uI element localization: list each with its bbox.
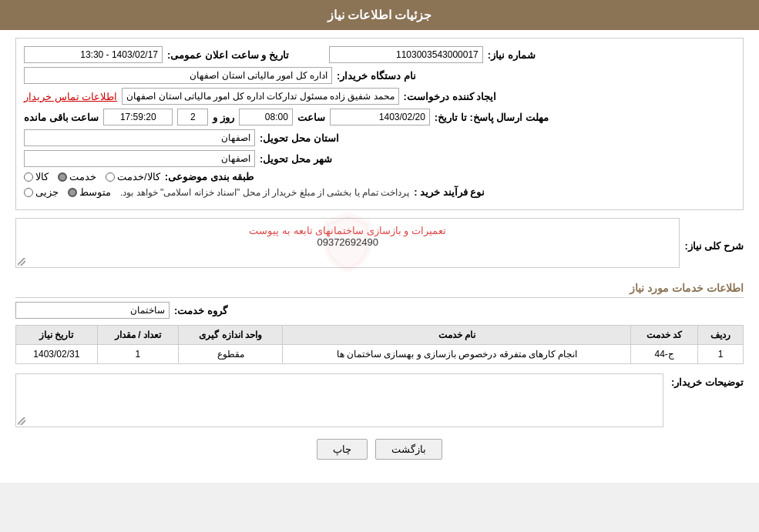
row-process: نوع فرآیند خرید : پرداخت تمام یا بخشی از… (24, 186, 735, 198)
category-radio-group: کالا/خدمت خدمت کالا (24, 171, 160, 182)
need-desc-container: AnaTender تعمیرات و بازسازی ساختمانهای ت… (15, 218, 680, 274)
cell-service-code: ج-44 (631, 345, 698, 364)
province-label: استان محل تحویل: (260, 132, 339, 144)
main-content: شماره نیاز: 1103003543000017 تاریخ و ساع… (0, 30, 759, 467)
need-number-label: شماره نیاز: (488, 49, 536, 61)
process-jozi-label: جزیی (35, 186, 59, 198)
row-city: شهر محل تحویل: اصفهان (24, 150, 735, 167)
resize-handle (18, 258, 25, 266)
category-kala: کالا (24, 171, 49, 182)
service-group-value: ساختمان (15, 302, 170, 319)
services-table: ردیف کد خدمت نام خدمت واحد اندازه گیری ت… (15, 325, 744, 364)
city-label: شهر محل تحویل: (260, 153, 332, 165)
table-row: 1 ج-44 انجام کارهای متفرقه درخصوص بازساز… (16, 345, 744, 364)
col-unit: واحد اندازه گیری (179, 326, 283, 345)
row-deadline: مهلت ارسال پاسخ: تا تاریخ: 1403/02/20 سا… (24, 109, 735, 125)
remaining-time: 17:59:20 (103, 109, 173, 125)
remaining-days: 2 (177, 109, 208, 125)
need-desc-text: تعمیرات و بازسازی ساختمانهای تابعه به پی… (22, 225, 673, 236)
row-service-group: گروه خدمت: ساختمان (15, 302, 744, 319)
back-button[interactable]: بازگشت (375, 439, 442, 460)
category-kala-khedmat: کالا/خدمت (106, 171, 160, 182)
phone-value: 09372692490 (22, 236, 673, 248)
row-category: طبقه بندی موضوعی: کالا/خدمت خدمت کالا (24, 171, 735, 182)
radio-kala[interactable] (24, 172, 33, 182)
deadline-date: 1403/02/20 (330, 109, 430, 125)
cell-service-name: انجام کارهای متفرقه درخصوص بازسازی و بهس… (283, 345, 631, 364)
process-radio-group: پرداخت تمام یا بخشی از مبلغ خریدار از مح… (24, 186, 409, 198)
col-service-code: کد خدمت (631, 326, 698, 345)
buyer-notes-label: توضیحات خریدار: (671, 373, 744, 388)
row-need-desc: شرح کلی نیاز: AnaTender تعمیرات و بازساز… (15, 218, 744, 274)
process-note: پرداخت تمام یا بخشی از مبلغ خریدار از مح… (120, 187, 409, 198)
buyer-notes-box (15, 373, 663, 427)
deadline-time: 08:00 (239, 109, 293, 125)
col-row-num: ردیف (698, 326, 744, 345)
city-value: اصفهان (24, 150, 255, 167)
process-label: نوع فرآیند خرید : (414, 186, 485, 198)
days-label: روز و (213, 112, 234, 123)
category-kala-khedmat-label: کالا/خدمت (117, 171, 160, 182)
row-buyer-org: نام دستگاه خریدار: اداره کل امور مالیاتی… (24, 67, 735, 84)
announce-date-label: تاریخ و ساعت اعلان عمومی: (167, 49, 289, 61)
category-kala-label: کالا (35, 171, 49, 182)
need-number-value: 1103003543000017 (329, 46, 483, 63)
row-province: استان محل تحویل: اصفهان (24, 129, 735, 146)
need-desc-label: شرح کلی نیاز: (684, 240, 744, 252)
cell-unit: مقطوع (179, 345, 283, 364)
province-value: اصفهان (24, 129, 255, 146)
cell-quantity: 1 (97, 345, 179, 364)
radio-khedmat[interactable] (58, 172, 67, 182)
info-section: شماره نیاز: 1103003543000017 تاریخ و ساع… (15, 38, 744, 210)
creator-label: ایجاد کننده درخواست: (404, 91, 497, 102)
radio-jozi[interactable] (24, 188, 33, 197)
page-header: جزئیات اطلاعات نیاز (0, 0, 759, 30)
cell-row-num: 1 (698, 345, 744, 364)
announce-date-value: 1403/02/17 - 13:30 (24, 46, 163, 63)
radio-mottaset[interactable] (68, 188, 77, 197)
buyer-org-value: اداره کل امور مالیاتی استان اصفهان (24, 67, 332, 84)
creator-value: محمد شفیق زاده مسئول تداركات اداره كل ام… (122, 88, 398, 105)
remaining-time-label: ساعت باقی مانده (24, 112, 99, 123)
time-label: ساعت (297, 112, 325, 123)
col-service-name: نام خدمت (283, 326, 631, 345)
page-title: جزئیات اطلاعات نیاز (327, 8, 432, 22)
notes-resize-handle (18, 417, 25, 425)
services-section-title: اطلاعات خدمات مورد نیاز (15, 282, 744, 298)
cell-need-date: 1403/02/31 (16, 345, 98, 364)
buttons-row: بازگشت چاپ (15, 439, 744, 460)
category-label: طبقه بندی موضوعی: (165, 171, 254, 182)
deadline-label: مهلت ارسال پاسخ: تا تاریخ: (435, 112, 549, 123)
need-desc-area: AnaTender تعمیرات و بازسازی ساختمانهای ت… (15, 218, 680, 268)
process-jozi: جزیی (24, 186, 59, 198)
need-desc-content: تعمیرات و بازسازی ساختمانهای تابعه به پی… (22, 225, 673, 248)
col-need-date: تاریخ نیاز (16, 326, 98, 345)
radio-kala-khedmat[interactable] (106, 172, 115, 182)
buyer-org-label: نام دستگاه خریدار: (337, 70, 416, 82)
row-creator: ایجاد کننده درخواست: محمد شفیق زاده مسئو… (24, 88, 735, 105)
buyer-notes-area: توضیحات خریدار: (15, 373, 744, 427)
category-khedmat: خدمت (58, 171, 96, 182)
contact-link[interactable]: اطلاعات تماس خریدار (24, 91, 117, 102)
print-button[interactable]: چاپ (317, 439, 368, 460)
process-mottaset-label: متوسط (79, 186, 111, 198)
category-khedmat-label: خدمت (69, 171, 96, 182)
process-mottaset: متوسط (68, 186, 111, 198)
page-wrapper: جزئیات اطلاعات نیاز شماره نیاز: 11030035… (0, 0, 759, 483)
col-quantity: تعداد / مقدار (97, 326, 179, 345)
row-need-number: شماره نیاز: 1103003543000017 تاریخ و ساع… (24, 46, 735, 63)
service-group-label: گروه خدمت: (174, 305, 227, 316)
